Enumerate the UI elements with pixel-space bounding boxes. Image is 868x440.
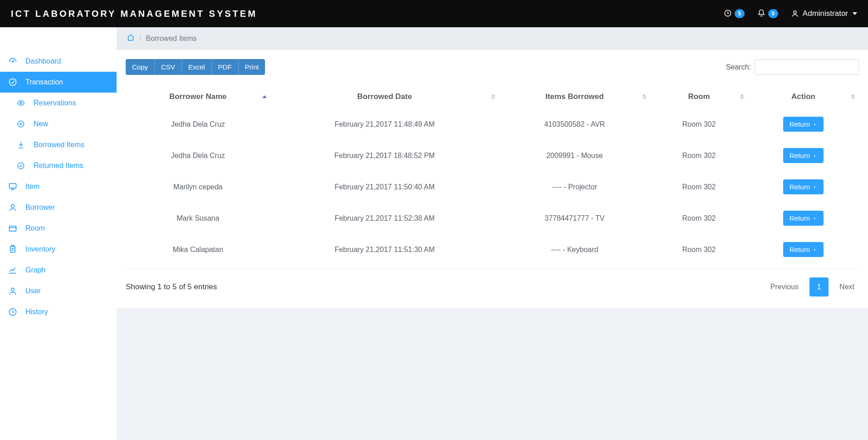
return-button[interactable]: Return: [783, 117, 824, 132]
person-icon: [791, 10, 799, 18]
cell-date: February 21,2017 11:51:30 AM: [270, 234, 499, 265]
svg-point-8: [11, 204, 15, 208]
sidebar-subitem-reservations[interactable]: Reservations: [0, 93, 117, 114]
chart-icon: [8, 266, 17, 275]
sidebar-item-dashboard[interactable]: Dashboard: [0, 51, 117, 72]
sort-icon: [491, 94, 495, 100]
sidebar-item-label: History: [25, 308, 48, 316]
table-row: Jedha Dela CruzFebruary 21,2017 11:48:49…: [126, 109, 859, 140]
cell-action: Return: [748, 203, 859, 234]
topbar-right: 5 0 Administrator: [724, 9, 857, 19]
col-items-borrowed[interactable]: Items Borrowed: [499, 85, 650, 109]
download-icon: [16, 140, 25, 149]
sidebar-item-transaction[interactable]: Transaction: [0, 72, 117, 93]
sidebar-item-room[interactable]: Room: [0, 218, 117, 239]
csv-button[interactable]: CSV: [155, 59, 182, 75]
cell-action: Return: [748, 234, 859, 265]
cell-item: 37784471777 - TV: [499, 203, 650, 234]
pdf-button[interactable]: PDF: [212, 59, 239, 75]
cell-name: Mark Susana: [126, 203, 270, 234]
borrowed-table: Borrower NameBorrowed DateItems Borrowed…: [126, 85, 859, 265]
col-label: Borrower Name: [169, 92, 227, 101]
sidebar-item-graph[interactable]: Graph: [0, 260, 117, 281]
sidebar-subitem-returned-items[interactable]: Returned Items: [0, 155, 117, 176]
print-button[interactable]: Print: [239, 59, 265, 75]
cell-action: Return: [748, 140, 859, 171]
sort-icon: [642, 94, 647, 100]
person-icon: [8, 203, 17, 212]
brand-title: ICT LABORATORY MANAGEMENT SYSTEM: [11, 9, 257, 19]
cell-room: Room 302: [650, 109, 748, 140]
sidebar-item-label: Item: [25, 183, 39, 191]
panel-toolbar: CopyCSVExcelPDFPrint Search:: [126, 59, 859, 75]
breadcrumb-home[interactable]: [127, 34, 135, 44]
check-circle-icon: [8, 78, 17, 87]
cell-item: 4103500582 - AVR: [499, 109, 650, 140]
return-button[interactable]: Return: [783, 148, 824, 163]
cell-item: 2009991 - Mouse: [499, 140, 650, 171]
caret-down-icon: [853, 12, 857, 15]
clock-icon: [8, 307, 17, 316]
return-button[interactable]: Return: [783, 179, 824, 194]
topbar: ICT LABORATORY MANAGEMENT SYSTEM 5 0 Adm…: [0, 0, 868, 27]
pager-prev[interactable]: Previous: [766, 279, 803, 295]
pager-next[interactable]: Next: [835, 279, 859, 295]
sidebar-item-history[interactable]: History: [0, 302, 117, 322]
sidebar-item-inventory[interactable]: Inventory: [0, 239, 117, 260]
breadcrumb-sep: /: [139, 35, 141, 43]
sidebar-item-user[interactable]: User: [0, 281, 117, 302]
sidebar-item-item[interactable]: Item: [0, 176, 117, 197]
return-button[interactable]: Return: [783, 242, 824, 257]
col-action[interactable]: Action: [748, 85, 859, 109]
return-button[interactable]: Return: [783, 211, 824, 226]
sidebar: DashboardTransactionReservationsNewBorro…: [0, 27, 117, 440]
svg-point-6: [18, 163, 24, 169]
sidebar-subitem-label: Reservations: [34, 99, 76, 107]
cell-item: ---- - Projector: [499, 171, 650, 203]
table-row: Mika CalapatanFebruary 21,2017 11:51:30 …: [126, 234, 859, 265]
table-row: Mark SusanaFebruary 21,2017 11:52:38 AM3…: [126, 203, 859, 234]
folder-icon: [8, 224, 17, 233]
sidebar-item-label: Dashboard: [25, 57, 61, 65]
pager-page-1[interactable]: 1: [809, 277, 829, 297]
col-label: Action: [791, 92, 815, 101]
cell-date: February 21,2017 11:52:38 AM: [270, 203, 499, 234]
col-borrowed-date[interactable]: Borrowed Date: [270, 85, 499, 109]
user-menu[interactable]: Administrator: [791, 9, 857, 18]
search-input[interactable]: [755, 59, 859, 75]
main: / Borrowed Items CopyCSVExcelPDFPrint Se…: [117, 27, 868, 440]
sidebar-item-label: User: [25, 287, 41, 295]
svg-point-2: [12, 61, 14, 63]
svg-point-3: [10, 79, 16, 86]
search-label: Search:: [726, 63, 751, 71]
gauge-icon: [8, 57, 17, 66]
sort-asc-icon: [262, 95, 267, 98]
excel-button[interactable]: Excel: [182, 59, 212, 75]
sidebar-item-label: Graph: [25, 266, 45, 274]
svg-point-1: [794, 11, 796, 14]
cell-name: Mika Calapatan: [126, 234, 270, 265]
sidebar-subitem-label: Borrowed Items: [34, 141, 84, 149]
cell-room: Room 302: [650, 171, 748, 203]
bell-notif[interactable]: 0: [757, 9, 778, 19]
col-borrower-name[interactable]: Borrower Name: [126, 85, 270, 109]
sidebar-subitem-label: New: [34, 120, 48, 128]
eye-icon: [16, 99, 25, 108]
table-footer: Showing 1 to 5 of 5 entries Previous 1 N…: [126, 269, 859, 299]
cell-action: Return: [748, 171, 859, 203]
sidebar-subitem-new[interactable]: New: [0, 114, 117, 134]
col-label: Items Borrowed: [545, 92, 603, 101]
sidebar-subitem-borrowed-items[interactable]: Borrowed Items: [0, 134, 117, 155]
entries-info: Showing 1 to 5 of 5 entries: [126, 282, 217, 292]
cell-date: February 21,2017 11:50:40 AM: [270, 171, 499, 203]
copy-button[interactable]: Copy: [126, 59, 155, 75]
sidebar-item-borrower[interactable]: Borrower: [0, 197, 117, 218]
cell-room: Room 302: [650, 234, 748, 265]
sidebar-subitem-label: Returned Items: [34, 162, 83, 170]
col-room[interactable]: Room: [650, 85, 748, 109]
breadcrumb: / Borrowed Items: [117, 27, 868, 50]
search-wrap: Search:: [726, 59, 859, 75]
person-icon: [8, 287, 17, 296]
clock-notif[interactable]: 5: [724, 9, 745, 19]
table-row: Marilyn cepedaFebruary 21,2017 11:50:40 …: [126, 171, 859, 203]
